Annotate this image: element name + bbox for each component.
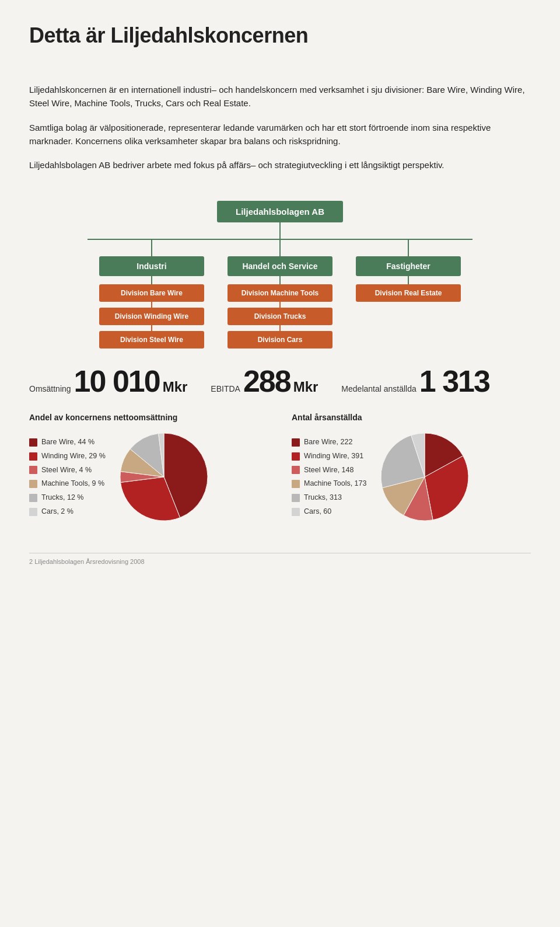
- intro-paragraph-3: Liljedahlsbolagen AB bedriver arbete med…: [29, 158, 531, 172]
- legend-right: Bare Wire, 222Winding Wire, 391Steel Wir…: [292, 435, 366, 519]
- org-top-box: Liljedahlsbolagen AB: [217, 201, 343, 222]
- legend-item: Trucks, 313: [292, 491, 366, 505]
- org-chart: Liljedahlsbolagen AB Industri Division B…: [29, 201, 531, 349]
- chart-right: Antal årsanställda Bare Wire, 222Winding…: [292, 413, 531, 524]
- ebitda-label: EBITDA: [211, 384, 240, 393]
- legend-label: Bare Wire, 222: [304, 435, 352, 449]
- legend-item: Steel Wire, 148: [292, 464, 366, 478]
- intro-paragraph-2: Samtliga bolag är välpositionerade, repr…: [29, 121, 531, 148]
- legend-left: Bare Wire, 44 %Winding Wire, 29 %Steel W…: [29, 435, 106, 519]
- org-div-real-estate: Division Real Estate: [356, 284, 461, 302]
- org-div-box-machine-tools: Division Machine Tools: [228, 284, 332, 302]
- legend-item: Trucks, 12 %: [29, 491, 106, 505]
- legend-label: Cars, 60: [304, 505, 331, 519]
- legend-color-swatch: [29, 480, 37, 488]
- intro-paragraph-1: Liljedahlskoncernen är en internationell…: [29, 83, 531, 110]
- ebitda-unit: Mkr: [293, 379, 318, 395]
- org-div-winding-wire: Division Winding Wire: [99, 308, 204, 325]
- legend-color-swatch: [29, 508, 37, 516]
- legend-item: Machine Tools, 173: [292, 477, 366, 491]
- org-div-trucks: Division Trucks: [228, 308, 332, 325]
- org-div-cars: Division Cars: [228, 331, 332, 349]
- legend-color-swatch: [29, 452, 37, 461]
- legend-item: Machine Tools, 9 %: [29, 477, 106, 491]
- legend-label: Steel Wire, 148: [304, 464, 354, 478]
- org-div-conn-3: [408, 276, 409, 284]
- omsattning-value: 10 010: [74, 366, 160, 396]
- medelantal-label: Medelantal anställda: [341, 384, 416, 393]
- legend-label: Bare Wire, 44 %: [41, 435, 94, 449]
- legend-color-swatch: [29, 438, 37, 447]
- org-conn-mt: [279, 302, 281, 308]
- legend-item: Bare Wire, 222: [292, 435, 366, 449]
- legend-color-swatch: [292, 452, 300, 461]
- ebitda-value: 288: [243, 366, 290, 396]
- legend-color-swatch: [292, 438, 300, 447]
- chart-left: Andel av koncernens nettoomsättning Bare…: [29, 413, 268, 524]
- org-connector-top: [279, 222, 281, 239]
- org-category-handel: Handel och Service: [228, 256, 332, 276]
- legend-item: Steel Wire, 4 %: [29, 464, 106, 478]
- org-div-conn-2: [279, 276, 281, 284]
- legend-item: Bare Wire, 44 %: [29, 435, 106, 449]
- omsattning-unit: Mkr: [163, 379, 188, 395]
- org-div-steel-wire: Division Steel Wire: [99, 331, 204, 349]
- footer: 2 Liljedahlsbolagen Årsredovisning 2008: [29, 553, 531, 565]
- legend-label: Machine Tools, 173: [304, 477, 366, 491]
- legend-color-swatch: [29, 466, 37, 474]
- org-div-box-steel-wire: Division Steel Wire: [99, 331, 204, 349]
- legend-label: Winding Wire, 29 %: [41, 449, 106, 464]
- legend-label: Trucks, 12 %: [41, 491, 83, 505]
- org-div-box-bare-wire: Division Bare Wire: [99, 284, 204, 302]
- charts-section: Andel av koncernens nettoomsättning Bare…: [29, 413, 531, 524]
- org-category-fastigheter: Fastigheter: [356, 256, 461, 276]
- chart-left-title: Andel av koncernens nettoomsättning: [29, 413, 268, 422]
- org-columns: Industri Division Bare Wire Division Win…: [29, 240, 531, 349]
- pie-right-container: Bare Wire, 222Winding Wire, 391Steel Wir…: [292, 430, 531, 524]
- org-conn-bw: [151, 302, 152, 308]
- legend-color-swatch: [29, 494, 37, 502]
- org-conn-tr: [279, 325, 281, 331]
- pie-right-svg: [378, 430, 471, 524]
- org-div-box-trucks: Division Trucks: [228, 308, 332, 325]
- org-div-box-cars: Division Cars: [228, 331, 332, 349]
- pie-left-svg: [117, 430, 211, 524]
- org-column-fastigheter: Fastigheter Division Real Estate: [344, 240, 473, 349]
- legend-label: Trucks, 313: [304, 491, 342, 505]
- legend-label: Winding Wire, 391: [304, 449, 363, 464]
- legend-color-swatch: [292, 508, 300, 516]
- omsattning-label: Omsättning: [29, 384, 71, 393]
- org-div-box-winding-wire: Division Winding Wire: [99, 308, 204, 325]
- legend-label: Steel Wire, 4 %: [41, 464, 92, 478]
- org-column-industri: Industri Division Bare Wire Division Win…: [88, 240, 216, 349]
- stats-row: Omsättning 10 010 Mkr EBITDA 288 Mkr Med…: [29, 366, 531, 396]
- org-conn-ww: [151, 325, 152, 331]
- page-title: Detta är Liljedahlskoncernen: [29, 23, 531, 48]
- medelantal-value: 1 313: [419, 366, 489, 396]
- legend-item: Winding Wire, 391: [292, 449, 366, 464]
- org-div-bare-wire: Division Bare Wire: [99, 284, 204, 302]
- pie-left-container: Bare Wire, 44 %Winding Wire, 29 %Steel W…: [29, 430, 268, 524]
- legend-label: Machine Tools, 9 %: [41, 477, 104, 491]
- org-div-machine-tools: Division Machine Tools: [228, 284, 332, 302]
- chart-right-title: Antal årsanställda: [292, 413, 531, 422]
- org-column-handel: Handel och Service Division Machine Tool…: [216, 240, 344, 349]
- legend-color-swatch: [292, 494, 300, 502]
- org-div-conn-1: [151, 276, 152, 284]
- legend-item: Cars, 60: [292, 505, 366, 519]
- legend-label: Cars, 2 %: [41, 505, 74, 519]
- legend-item: Winding Wire, 29 %: [29, 449, 106, 464]
- legend-item: Cars, 2 %: [29, 505, 106, 519]
- legend-color-swatch: [292, 480, 300, 488]
- org-div-box-real-estate: Division Real Estate: [356, 284, 461, 302]
- legend-color-swatch: [292, 466, 300, 474]
- org-category-industri: Industri: [99, 256, 204, 276]
